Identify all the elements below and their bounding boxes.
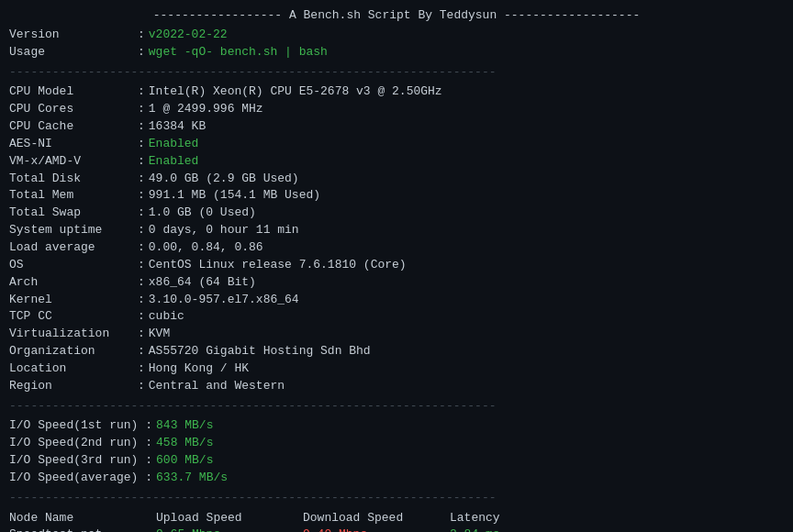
region-label: Region [9, 378, 138, 395]
io-run1-line: I/O Speed(1st run) : 843 MB/s [9, 417, 784, 435]
vm-amd-label: VM-x/AMD-V [9, 153, 138, 171]
title-divider-left: ------------------ [153, 8, 289, 22]
speedtest-node: Speedtest.net [9, 526, 156, 532]
title-text: A Bench.sh Script By Teddysun [289, 8, 497, 22]
speedtest-header: Node Name Upload Speed Download Speed La… [9, 510, 784, 527]
virt-label: Virtualization [9, 326, 138, 343]
cpu-cache-value: 16384 KB [149, 118, 206, 136]
tcp-cc-label: TCP CC [9, 308, 138, 326]
location-value: Hong Kong / HK [149, 360, 249, 378]
io-run3-label: I/O Speed(3rd run) [9, 452, 138, 470]
cpu-cache-line: CPU Cache : 16384 KB [9, 118, 784, 136]
kernel-label: Kernel [9, 292, 138, 309]
org-line: Organization : AS55720 Gigabit Hosting S… [9, 343, 784, 360]
tcp-cc-value: cubic [149, 308, 184, 326]
uptime-label: System uptime [9, 222, 138, 239]
aes-ni-line: AES-NI : Enabled [9, 136, 784, 153]
io-run2-line: I/O Speed(2nd run) : 458 MB/s [9, 435, 784, 452]
total-disk-value: 49.0 GB (2.9 GB Used) [149, 171, 299, 188]
usage-label: Usage [9, 44, 138, 61]
uptime-line: System uptime : 0 days, 0 hour 11 min [9, 222, 784, 239]
version-value: v2022-02-22 [149, 27, 228, 44]
divider-1: ----------------------------------------… [9, 64, 784, 82]
org-value: AS55720 Gigabit Hosting Sdn Bhd [149, 343, 371, 360]
vm-amd-line: VM-x/AMD-V : Enabled [9, 153, 784, 171]
col-download-header: Download Speed [303, 510, 450, 527]
virt-value: KVM [149, 326, 170, 343]
region-value: Central and Western [149, 378, 285, 395]
cpu-cores-label: CPU Cores [9, 101, 138, 118]
io-run1-value: 843 MB/s [156, 417, 213, 435]
region-line: Region : Central and Western [9, 378, 784, 395]
speedtest-upload: 9.65 Mbps [156, 526, 303, 532]
divider-2: ----------------------------------------… [9, 398, 784, 416]
io-run3-line: I/O Speed(3rd run) : 600 MB/s [9, 452, 784, 470]
vm-amd-value: Enabled [149, 153, 199, 171]
kernel-value: 3.10.0-957.el7.x86_64 [149, 292, 299, 309]
io-run3-value: 600 MB/s [156, 452, 213, 470]
os-label: OS [9, 257, 138, 274]
cpu-model-line: CPU Model : Intel(R) Xeon(R) CPU E5-2678… [9, 83, 784, 101]
total-mem-value: 991.1 MB (154.1 MB Used) [149, 187, 320, 205]
arch-value: x86_64 (64 Bit) [149, 274, 256, 292]
load-line: Load average : 0.00, 0.84, 0.86 [9, 239, 784, 257]
io-avg-line: I/O Speed(average) : 633.7 MB/s [9, 470, 784, 487]
total-disk-label: Total Disk [9, 171, 138, 188]
uptime-value: 0 days, 0 hour 11 min [149, 222, 299, 239]
col-node-header: Node Name [9, 510, 156, 527]
aes-ni-value: Enabled [149, 136, 199, 153]
version-line: Version : v2022-02-22 [9, 27, 784, 44]
os-line: OS : CentOS Linux release 7.6.1810 (Core… [9, 257, 784, 274]
org-label: Organization [9, 343, 138, 360]
io-avg-value: 633.7 MB/s [156, 470, 228, 487]
total-swap-value: 1.0 GB (0 Used) [149, 205, 256, 222]
total-swap-label: Total Swap [9, 205, 138, 222]
tcp-cc-line: TCP CC : cubic [9, 308, 784, 326]
divider-3: ----------------------------------------… [9, 490, 784, 507]
os-value: CentOS Linux release 7.6.1810 (Core) [149, 257, 407, 274]
speedtest-latency: 2.84 ms [450, 526, 560, 532]
col-latency-header: Latency [450, 510, 560, 527]
location-line: Location : Hong Kong / HK [9, 360, 784, 378]
title-line: ------------------ A Bench.sh Script By … [9, 7, 784, 25]
cpu-model-value: Intel(R) Xeon(R) CPU E5-2678 v3 @ 2.50GH… [149, 83, 442, 101]
usage-value: wget -qO- bench.sh | bash [149, 44, 328, 61]
version-label: Version [9, 27, 138, 44]
cpu-cores-line: CPU Cores : 1 @ 2499.996 MHz [9, 101, 784, 118]
speedtest-download: 9.40 Mbps [303, 526, 450, 532]
total-swap-line: Total Swap : 1.0 GB (0 Used) [9, 205, 784, 222]
io-avg-label: I/O Speed(average) [9, 470, 138, 487]
load-label: Load average [9, 239, 138, 257]
arch-label: Arch [9, 274, 138, 292]
total-mem-line: Total Mem : 991.1 MB (154.1 MB Used) [9, 187, 784, 205]
load-value: 0.00, 0.84, 0.86 [149, 239, 263, 257]
virt-line: Virtualization : KVM [9, 326, 784, 343]
io-run1-label: I/O Speed(1st run) [9, 417, 138, 435]
total-disk-line: Total Disk : 49.0 GB (2.9 GB Used) [9, 171, 784, 188]
cpu-cores-value: 1 @ 2499.996 MHz [149, 101, 263, 118]
arch-line: Arch : x86_64 (64 Bit) [9, 274, 784, 292]
location-label: Location [9, 360, 138, 378]
col-upload-header: Upload Speed [156, 510, 303, 527]
usage-line: Usage : wget -qO- bench.sh | bash [9, 44, 784, 61]
total-mem-label: Total Mem [9, 187, 138, 205]
io-run2-label: I/O Speed(2nd run) [9, 435, 138, 452]
speedtest-row: Speedtest.net 9.65 Mbps 9.40 Mbps 2.84 m… [9, 526, 784, 532]
terminal: ------------------ A Bench.sh Script By … [9, 7, 784, 532]
cpu-model-label: CPU Model [9, 83, 138, 101]
aes-ni-label: AES-NI [9, 136, 138, 153]
cpu-cache-label: CPU Cache [9, 118, 138, 136]
kernel-line: Kernel : 3.10.0-957.el7.x86_64 [9, 292, 784, 309]
title-divider-right: ------------------- [497, 8, 640, 22]
io-run2-value: 458 MB/s [156, 435, 213, 452]
